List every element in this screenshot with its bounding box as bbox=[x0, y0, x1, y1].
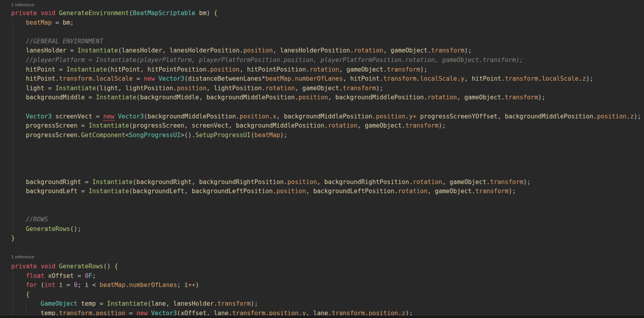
code-token bbox=[37, 263, 41, 270]
code-token: backgroundLeft bbox=[133, 188, 184, 195]
codelens-references[interactable]: 1 reference bbox=[11, 1, 644, 9]
code-token: z bbox=[630, 113, 634, 120]
code-token: position bbox=[276, 188, 306, 195]
code-line[interactable]: //playerPlatform = Instantiate(playerPla… bbox=[11, 56, 644, 65]
code-token: Vector3 bbox=[118, 113, 144, 120]
code-token: , bbox=[357, 122, 365, 129]
code-token: numberOfLanes bbox=[129, 281, 177, 289]
code-line-blank bbox=[11, 103, 644, 112]
code-token: Instantiate bbox=[92, 178, 133, 186]
code-token: gameObject bbox=[391, 47, 428, 54]
code-token: Instantiate bbox=[96, 94, 136, 101]
code-token: for bbox=[26, 281, 37, 289]
code-token: backgroundMiddlePosition bbox=[336, 94, 424, 101]
code-token: numberOfLanes bbox=[295, 75, 343, 82]
code-token: ( bbox=[147, 300, 151, 307]
code-line[interactable]: GenerateRows(); bbox=[11, 225, 644, 234]
code-token: . bbox=[409, 178, 413, 186]
code-line[interactable]: private void GenerateEnvironment(BeatMap… bbox=[11, 9, 644, 18]
code-token: lanesHolder bbox=[173, 300, 214, 307]
code-token: backgroundMiddlePosition bbox=[147, 113, 236, 120]
code-line[interactable]: backgroundLeft = Instantiate(backgroundL… bbox=[11, 187, 644, 196]
code-token: . bbox=[273, 188, 276, 195]
code-token: backgroundRightPosition bbox=[324, 178, 409, 186]
code-token: = bbox=[44, 85, 55, 92]
code-line[interactable]: progressScreen = Instantiate(progressScr… bbox=[11, 121, 644, 131]
code-line[interactable]: GameObject temp = Instantiate(lane, lane… bbox=[11, 299, 644, 309]
code-token bbox=[11, 75, 26, 82]
code-token: , bbox=[184, 188, 192, 195]
code-token: . bbox=[427, 47, 431, 54]
code-line-blank bbox=[11, 149, 644, 159]
code-token bbox=[11, 178, 26, 186]
code-line[interactable]: hitPoint.transform.localScale = new Vect… bbox=[11, 74, 644, 84]
code-token: transform bbox=[59, 75, 92, 82]
code-line[interactable]: { bbox=[11, 290, 644, 300]
code-token bbox=[55, 263, 59, 270]
code-token: , bbox=[162, 47, 170, 54]
code-line[interactable]: for (int i = 0; i < beatMap.numberOfLane… bbox=[11, 281, 644, 290]
code-token bbox=[417, 113, 420, 120]
code-token: = bbox=[78, 188, 89, 195]
code-token: , bbox=[339, 66, 347, 73]
code-token: = bbox=[96, 300, 107, 307]
code-line[interactable]: float xOffset = 0F; bbox=[11, 271, 644, 281]
code-line[interactable]: hitPoint = Instantiate(hitPoint, hitPoin… bbox=[11, 65, 644, 75]
code-token: ( bbox=[184, 75, 188, 82]
code-token: , bbox=[497, 113, 505, 120]
code-line[interactable]: //GENERAL ENVIRONMENT bbox=[11, 37, 644, 47]
code-token: = bbox=[55, 66, 66, 73]
code-token: Instantiate bbox=[107, 300, 147, 307]
code-token: transform bbox=[217, 300, 250, 307]
code-token: ; bbox=[177, 281, 184, 289]
code-token: xOffset bbox=[48, 272, 74, 279]
code-token: , bbox=[199, 94, 207, 101]
code-token: rotation bbox=[266, 85, 295, 92]
code-token: lane bbox=[151, 300, 166, 307]
code-token: position bbox=[597, 113, 627, 120]
code-line[interactable]: progressScreen.GetComponent<SongProgress… bbox=[11, 131, 644, 140]
code-line[interactable]: //ROWS bbox=[11, 215, 644, 225]
code-token: , bbox=[276, 113, 284, 120]
code-token: GenerateRows bbox=[26, 225, 70, 233]
codelens-references[interactable]: 1 reference bbox=[11, 252, 644, 262]
code-token: progressScreenYOffset bbox=[420, 113, 498, 120]
code-token: ); bbox=[586, 75, 594, 82]
code-token: position bbox=[287, 178, 317, 186]
code-token: backgroundMiddlePosition bbox=[236, 122, 324, 129]
code-token: position bbox=[376, 113, 405, 120]
horizontal-scrollbar-track[interactable] bbox=[0, 316, 644, 318]
code-line[interactable]: light = Instantiate(light, lightPosition… bbox=[11, 84, 644, 93]
code-token: Instantiate bbox=[66, 66, 107, 73]
code-editor[interactable]: 1 referenceprivate void GenerateEnvironm… bbox=[0, 0, 644, 318]
code-area[interactable]: 1 referenceprivate void GenerateEnvironm… bbox=[11, 1, 644, 318]
code-line[interactable]: backgroundMiddle = Instantiate(backgroun… bbox=[11, 93, 644, 103]
code-token: , bbox=[273, 47, 280, 54]
code-token: ( bbox=[118, 47, 122, 54]
code-token: ( bbox=[129, 10, 133, 17]
code-line[interactable]: beatMap = bm; bbox=[11, 18, 644, 28]
code-token: rotation bbox=[310, 66, 339, 73]
code-token: localScale bbox=[420, 75, 457, 82]
code-line[interactable]: private void GenerateRows() { bbox=[11, 262, 644, 271]
code-token: = bbox=[63, 281, 74, 289]
code-token: Vector3 bbox=[26, 113, 52, 120]
code-token: transform bbox=[505, 94, 538, 101]
code-token: = bbox=[52, 19, 63, 26]
code-token: gameObject bbox=[346, 66, 383, 73]
code-token: hitPointPosition bbox=[147, 66, 206, 73]
code-token: () bbox=[103, 263, 111, 270]
code-token: , bbox=[118, 85, 126, 92]
code-token: . bbox=[457, 75, 460, 82]
code-line[interactable]: Vector3 screenVect = new Vector3(backgro… bbox=[11, 112, 644, 122]
code-line[interactable]: backgroundRight = Instantiate(background… bbox=[11, 178, 644, 187]
code-token: , bbox=[192, 178, 199, 186]
code-token: } bbox=[11, 235, 15, 242]
code-token bbox=[111, 263, 114, 270]
code-token: BeatMapScriptable bbox=[133, 10, 196, 17]
code-token: . bbox=[394, 188, 398, 195]
code-line[interactable]: } bbox=[11, 234, 644, 243]
code-token: (); bbox=[70, 225, 81, 233]
code-token: . bbox=[538, 75, 541, 82]
code-line[interactable]: lanesHolder = Instantiate(lanesHolder, l… bbox=[11, 46, 644, 56]
